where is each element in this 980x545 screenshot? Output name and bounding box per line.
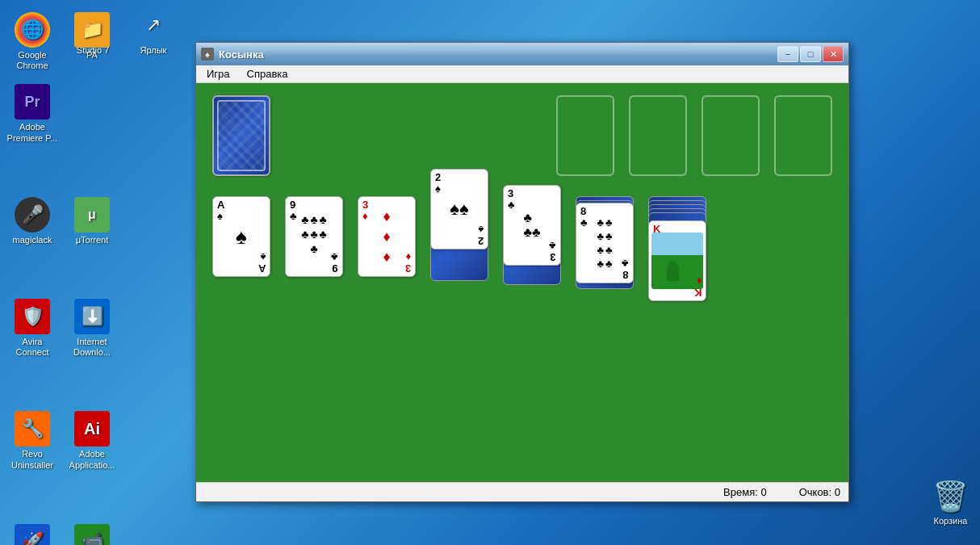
desktop-icon-ra[interactable]: 📁 РА [64, 8, 120, 75]
close-button[interactable]: ✕ [823, 46, 844, 62]
4kvideo-icon: 📹 [74, 524, 110, 545]
game-content[interactable]: A♠ ♠ A♠ 9♣ ♣♣♣ ♣♣♣ ♣ [196, 83, 848, 482]
time-label: Время: [723, 486, 758, 498]
desktop: 🎵 Studio 7 ↗ Ярлык 🌐 Google Chrome 📁 РА … [0, 0, 980, 545]
desktop-icon-shortcut[interactable]: ↗ Ярлык [125, 4, 182, 58]
magiclack-icon: 🎤 [15, 197, 50, 233]
menu-help[interactable]: Справка [241, 66, 295, 82]
tableau-col-6[interactable]: 8♣ ♣♣ ♣♣ ♣♣ ♣♣ 8♣ [576, 196, 634, 283]
tableau-col-4[interactable]: 2♠ ♠♠ 2♠ [430, 196, 488, 249]
magiclack-label: magiclack [13, 235, 52, 245]
card-ace-spades[interactable]: A♠ ♠ A♠ [212, 196, 270, 277]
adobe-icon: Ai [74, 411, 110, 446]
kosinka-window: ♠ Косынка − □ ✕ Игра Справка [195, 42, 849, 502]
premiere-label: Adobe Premiere P... [6, 122, 58, 143]
avira-label: Avira Connect [6, 337, 58, 358]
window-app-icon: ♠ [201, 48, 214, 61]
card-2-spades[interactable]: 2♠ ♠♠ 2♠ [430, 169, 488, 249]
desktop-icon-idm[interactable]: ⬇️ Internet Downlo... [64, 295, 120, 362]
time-display: Время: 0 [723, 486, 767, 498]
foundation-4[interactable] [774, 95, 832, 176]
tableau-col-1[interactable]: A♠ ♠ A♠ [212, 196, 270, 277]
tableau-row: A♠ ♠ A♠ 9♣ ♣♣♣ ♣♣♣ ♣ [212, 196, 832, 301]
card-8-clubs[interactable]: 8♣ ♣♣ ♣♣ ♣♣ ♣♣ 8♣ [576, 203, 634, 283]
time-value: 0 [760, 486, 766, 498]
revo-label: Revo Uninstaller [6, 449, 58, 470]
window-statusbar: Время: 0 Очков: 0 [196, 482, 848, 501]
score-label: Очков: [799, 486, 831, 498]
tableau-col-3[interactable]: 3♦ ♦ ♦ ♦ 3♦ [358, 196, 416, 277]
minimize-button[interactable]: − [777, 46, 798, 62]
ra-icon: 📁 [74, 12, 110, 48]
desktop-icon-revo[interactable]: 🔧 Revo Uninstaller [4, 407, 61, 474]
chrome-label: Google Chrome [6, 50, 58, 71]
window-title: Косынка [219, 48, 773, 61]
desktop-icon-avira[interactable]: 🛡️ Avira Connect [4, 295, 61, 362]
foundation-3[interactable] [701, 95, 760, 176]
chrome-icon: 🌐 [15, 12, 50, 48]
desktop-icon-magiclack[interactable]: 🎤 magiclack [4, 193, 61, 249]
card-king-diamonds[interactable]: K♦ K♦ [648, 220, 706, 301]
desktop-icon-4kvideo[interactable]: 📹 4K Video Downloader [64, 520, 120, 545]
card-3-clubs[interactable]: 3♣ ♣♣♣ 3♣ [503, 185, 561, 266]
auslogics-icon: 🚀 [15, 524, 50, 545]
idm-icon: ⬇️ [74, 299, 110, 334]
top-row [212, 95, 832, 176]
recycle-bin-icon: 🗑️ [932, 480, 969, 514]
maximize-button[interactable]: □ [800, 46, 821, 62]
card-9-clubs[interactable]: 9♣ ♣♣♣ ♣♣♣ ♣ 9♣ [285, 196, 343, 277]
avira-icon: 🛡️ [15, 299, 50, 334]
tableau-col-2[interactable]: 9♣ ♣♣♣ ♣♣♣ ♣ 9♣ [285, 196, 343, 277]
score-display: Очков: 0 [799, 486, 840, 498]
stock-pile[interactable] [212, 95, 270, 176]
idm-label: Internet Downlo... [66, 337, 118, 358]
shortcut-icon: ↗ [136, 7, 171, 43]
score-value: 0 [835, 486, 840, 498]
desktop-icon-adobe[interactable]: Ai Adobe Applicatio... [64, 407, 120, 474]
desktop-icon-premiere[interactable]: Pr Adobe Premiere P... [4, 80, 61, 147]
menu-game[interactable]: Игра [200, 66, 237, 82]
card-3-diamonds[interactable]: 3♦ ♦ ♦ ♦ 3♦ [358, 196, 416, 277]
tableau-col-7[interactable]: K♦ K♦ [648, 196, 706, 301]
game-area: A♠ ♠ A♠ 9♣ ♣♣♣ ♣♣♣ ♣ [196, 83, 848, 482]
premiere-icon: Pr [15, 84, 50, 119]
ra-label: РА [86, 50, 98, 61]
desktop-icon-chrome[interactable]: 🌐 Google Chrome [4, 8, 61, 75]
window-controls: − □ ✕ [777, 46, 844, 62]
window-titlebar[interactable]: ♠ Косынка − □ ✕ [196, 43, 848, 65]
foundation-2[interactable] [629, 95, 687, 176]
foundation-area [285, 95, 832, 176]
window-menubar: Игра Справка [196, 65, 848, 83]
desktop-icon-utorrent[interactable]: μ μTorrent [64, 193, 120, 249]
foundation-1[interactable] [556, 95, 614, 176]
recycle-bin-label: Корзина [934, 516, 968, 526]
tableau-col-5[interactable]: 3♣ ♣♣♣ 3♣ [503, 196, 561, 266]
adobe-label: Adobe Applicatio... [66, 449, 118, 470]
revo-icon: 🔧 [15, 411, 50, 446]
shortcut-label: Ярлык [140, 45, 167, 55]
utorrent-label: μTorrent [76, 235, 109, 245]
desktop-icons-list: 🌐 Google Chrome 📁 РА Pr Adobe Premiere P… [0, 0, 129, 545]
utorrent-icon: μ [74, 197, 110, 233]
desktop-icon-auslogics[interactable]: 🚀 Auslogics BoostSpeed [4, 520, 61, 545]
desktop-icon-recycle-bin[interactable]: 🗑️ Корзина [929, 476, 972, 529]
